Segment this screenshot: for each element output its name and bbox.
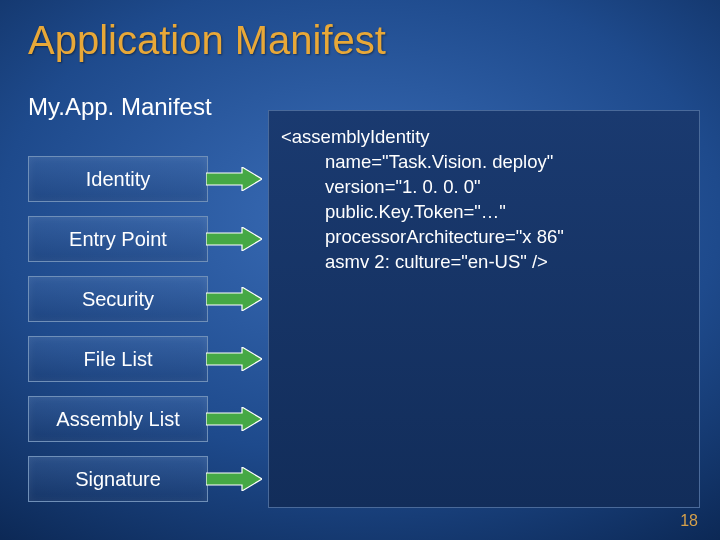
manifest-sections-list: Identity Entry Point Security File List … <box>28 156 208 516</box>
arrow-icon <box>206 287 262 311</box>
svg-marker-4 <box>206 407 262 431</box>
code-line: asmv 2: culture="en-US" /> <box>281 250 687 275</box>
section-security: Security <box>28 276 208 322</box>
arrow-icon <box>206 407 262 431</box>
slide-title: Application Manifest <box>0 0 720 63</box>
arrow-icon <box>206 467 262 491</box>
section-assembly-list: Assembly List <box>28 396 208 442</box>
arrow-icon <box>206 347 262 371</box>
code-line: version="1. 0. 0. 0" <box>281 175 687 200</box>
svg-marker-1 <box>206 227 262 251</box>
svg-marker-0 <box>206 167 262 191</box>
code-panel: <assemblyIdentity name="Task.Vision. dep… <box>268 110 700 508</box>
code-line: public.Key.Token="…" <box>281 200 687 225</box>
svg-marker-5 <box>206 467 262 491</box>
page-number: 18 <box>680 512 698 530</box>
arrow-icon <box>206 167 262 191</box>
code-line: <assemblyIdentity <box>281 125 687 150</box>
code-line: processorArchitecture="x 86" <box>281 225 687 250</box>
arrow-icon <box>206 227 262 251</box>
section-identity: Identity <box>28 156 208 202</box>
code-line: name="Task.Vision. deploy" <box>281 150 687 175</box>
svg-marker-2 <box>206 287 262 311</box>
section-signature: Signature <box>28 456 208 502</box>
svg-marker-3 <box>206 347 262 371</box>
section-file-list: File List <box>28 336 208 382</box>
section-entry-point: Entry Point <box>28 216 208 262</box>
